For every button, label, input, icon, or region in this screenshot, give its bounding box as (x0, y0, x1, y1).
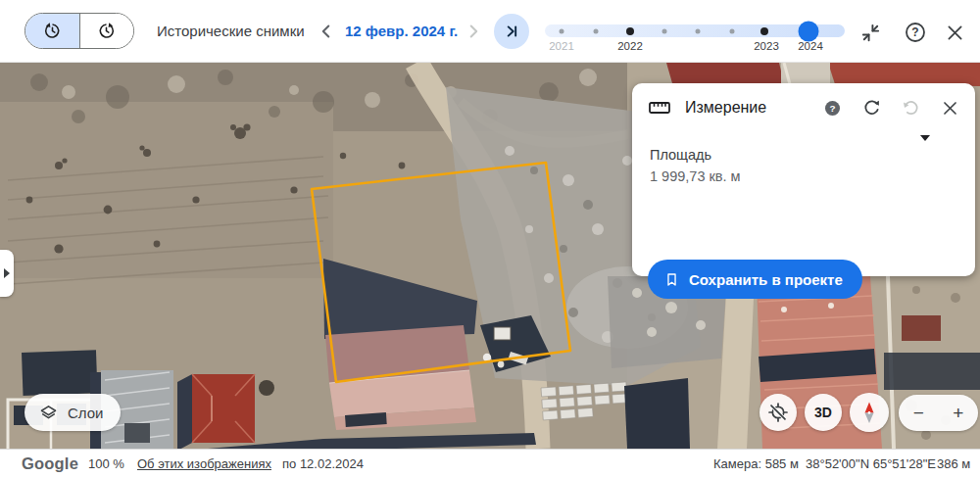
collapse-icon (859, 22, 882, 44)
undo-icon (901, 98, 921, 119)
location-disabled-icon (767, 402, 789, 423)
help-filled-icon: ? (823, 99, 842, 118)
save-to-project-label: Сохранить в проекте (689, 271, 843, 288)
previous-snapshot-button[interactable] (316, 21, 337, 42)
3d-view-label: 3D (814, 405, 832, 420)
imagery-time-toggle (24, 13, 134, 49)
compass-button[interactable] (850, 393, 889, 432)
chevron-right-icon (463, 21, 484, 42)
measure-restart-button[interactable] (859, 96, 883, 120)
latest-imagery-toggle[interactable] (79, 14, 134, 48)
close-historical-imagery-button[interactable] (941, 19, 968, 46)
measure-close-button[interactable] (938, 96, 961, 120)
timeline-dot[interactable] (626, 27, 634, 35)
help-button[interactable]: ? (902, 19, 929, 46)
camera-altitude-label: Камера: 585 м (713, 456, 799, 471)
refresh-icon (861, 98, 882, 119)
bookmark-icon (663, 271, 680, 288)
skip-to-latest-icon (502, 22, 521, 41)
collapse-toolbar-button[interactable] (857, 19, 884, 46)
3d-view-button[interactable]: 3D (805, 394, 842, 431)
history-back-icon (42, 21, 63, 41)
units-dropdown-caret[interactable] (920, 135, 930, 141)
imagery-date-label: по 12.02.2024 (282, 456, 364, 471)
save-to-project-button[interactable]: Сохранить в проекте (648, 260, 862, 299)
my-location-button[interactable] (760, 394, 797, 431)
timeline-year-label: 2021 (549, 40, 574, 52)
ground-elevation-label: 386 м (937, 456, 970, 471)
timeline-dot[interactable] (730, 28, 735, 33)
measure-help-button[interactable]: ? (820, 96, 844, 120)
toolbar-title: Исторические снимки (157, 23, 305, 39)
svg-text:?: ? (911, 25, 918, 39)
zoom-level-label: 100 % (88, 456, 124, 471)
help-outline-icon: ? (904, 21, 927, 44)
timeline-dot[interactable] (662, 28, 667, 33)
ruler-icon (648, 96, 671, 120)
zoom-control: − + (899, 395, 978, 431)
timeline-dot[interactable] (696, 28, 701, 33)
timeline-year-label: 2024 (798, 40, 823, 52)
zoom-out-button[interactable]: − (899, 395, 939, 431)
layers-icon (38, 403, 59, 423)
close-icon (945, 23, 965, 43)
imagery-attribution-link[interactable]: Об этих изображениях (137, 456, 271, 471)
google-logo: Google (22, 454, 78, 473)
measure-undo-button[interactable] (899, 96, 922, 120)
chevron-right-icon (4, 268, 10, 278)
layers-button[interactable]: Слои (24, 394, 121, 431)
close-icon (941, 99, 959, 118)
coordinates-label: 38°52'00"N 65°51'28"E (806, 456, 936, 471)
snapshot-date[interactable]: 12 февр. 2024 г. (345, 23, 458, 39)
historical-imagery-toolbar: Исторические снимки 12 февр. 2024 г. (0, 0, 980, 63)
timeline-dot[interactable] (560, 28, 564, 33)
timeline-dot-selected[interactable] (799, 21, 819, 41)
status-bar: Google 100 % Об этих изображениях по 12.… (0, 449, 980, 478)
next-snapshot-button[interactable] (463, 21, 484, 42)
measurement-panel: Измерение ? (632, 83, 975, 276)
measurement-panel-title: Измерение (685, 99, 766, 117)
timeline-year-label: 2023 (754, 40, 779, 52)
chevron-left-icon (316, 21, 337, 42)
zoom-in-button[interactable]: + (939, 395, 979, 431)
historical-imagery-toggle[interactable] (25, 14, 79, 48)
svg-text:?: ? (829, 102, 835, 113)
layers-button-label: Слои (68, 405, 103, 421)
timeline-year-label: 2022 (617, 40, 643, 52)
history-forward-icon (96, 21, 117, 41)
google-earth-window: Слои 3D − + (0, 0, 980, 478)
expand-side-panel-handle[interactable] (0, 250, 14, 297)
timeline-dot[interactable] (594, 28, 599, 33)
area-label: Площадь (650, 147, 959, 163)
timeline-dot[interactable] (760, 27, 768, 35)
compass-needle-icon (855, 398, 884, 427)
area-value: 1 999,73 кв. м (650, 168, 959, 184)
skip-to-latest-button[interactable] (494, 14, 529, 49)
